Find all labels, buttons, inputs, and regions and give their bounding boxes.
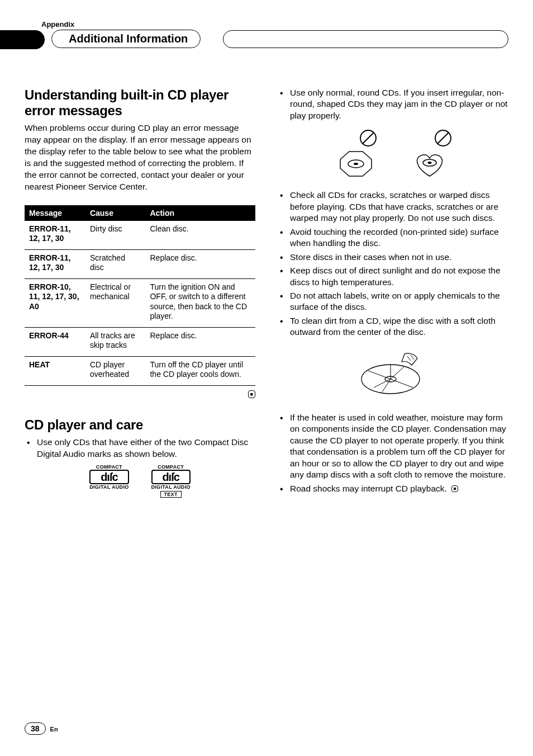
logo-bottom: DIGITAL AUDIO [89,484,129,490]
cell-cause: CD player overheated [85,356,146,385]
list-item: Use only CDs that have either of the two… [25,437,255,460]
section2-title: CD player and care [25,417,255,433]
error-table: Message Cause Action ERROR-11, 12, 17, 3… [25,205,255,386]
section-end-icon: ■ [25,389,255,398]
list-item: Use only normal, round CDs. If you inser… [278,87,508,121]
cd-logo-1: COMPACT dıſc DIGITAL AUDIO [89,464,129,498]
logo-mid: dıſc [89,470,129,484]
table-row: HEAT CD player overheated Turn off the C… [25,356,255,385]
table-row: ERROR-10, 11, 12, 17, 30, A0 Electrical … [25,278,255,327]
cell-cause: All tracks are skip tracks [85,327,146,356]
list-item: Store discs in their cases when not in u… [278,252,508,263]
list-item-text: Road shocks may interrupt CD playback. [290,484,447,493]
list-item: Road shocks may interrupt CD playback. [278,483,508,494]
appendix-label: Appendix [41,20,508,29]
bullet-list-right-b: Check all CDs for cracks, scratches or w… [278,190,508,338]
list-item: If the heater is used in cold weather, m… [278,412,508,481]
page-number: 38 [25,722,46,735]
header-row: Additional Information [25,30,508,48]
logo-mid: dıſc [151,470,191,484]
page-language: En [50,726,58,733]
bullet-list-left: Use only CDs that have either of the two… [25,437,255,460]
table-row: ERROR-11, 12, 17, 30 Dirty disc Clean di… [25,221,255,250]
cell-action: Turn the ignition ON and OFF, or switch … [145,278,255,327]
cell-action: Turn off the CD player until the CD play… [145,356,255,385]
cell-action: Clean disc. [145,221,255,250]
svg-point-4 [354,163,358,165]
th-action: Action [145,205,255,221]
list-item: Keep discs out of direct sunlight and do… [278,265,508,288]
prohibited-heart-disc-icon [407,129,454,179]
page-footer: 38 En [25,722,58,735]
table-row: ERROR-44 All tracks are skip tracks Repl… [25,327,255,356]
prohibited-octagon-disc-icon [332,129,379,179]
svg-line-6 [437,133,449,144]
table-row: ERROR-11, 12, 17, 30 Scratched disc Repl… [25,249,255,278]
clean-disc-illustration [278,348,508,399]
svg-point-8 [427,162,431,164]
black-tab-decoration [0,30,45,49]
cell-cause: Scratched disc [85,249,146,278]
th-cause: Cause [85,205,146,221]
empty-pill-decoration [223,30,508,48]
list-item: Do not attach labels, write on or apply … [278,290,508,313]
cd-logo-row: COMPACT dıſc DIGITAL AUDIO COMPACT dıſc … [25,464,255,498]
logo-top: COMPACT [151,464,191,470]
cell-action: Replace disc. [145,327,255,356]
cell-message: HEAT [25,356,85,385]
cell-action: Replace disc. [145,249,255,278]
cd-logo-2: COMPACT dıſc DIGITAL AUDIO TEXT [151,464,191,498]
left-column: Understanding built-in CD player error m… [25,87,255,513]
cell-message: ERROR-10, 11, 12, 17, 30, A0 [25,278,85,327]
right-column: Use only normal, round CDs. If you inser… [278,87,508,513]
section-end-icon [451,485,458,492]
section1-intro: When problems occur during CD play an er… [25,122,255,193]
cell-message: ERROR-44 [25,327,85,356]
bullet-list-right-c: If the heater is used in cold weather, m… [278,412,508,494]
th-message: Message [25,205,85,221]
logo-top: COMPACT [89,464,129,470]
prohibited-shapes-row [278,129,508,179]
cell-message: ERROR-11, 12, 17, 30 [25,221,85,250]
cell-message: ERROR-11, 12, 17, 30 [25,249,85,278]
cell-cause: Electrical or mechanical [85,278,146,327]
cell-cause: Dirty disc [85,221,146,250]
list-item: To clean dirt from a CD, wipe the disc w… [278,315,508,338]
logo-bottom: DIGITAL AUDIO [151,484,191,490]
list-item: Check all CDs for cracks, scratches or w… [278,190,508,224]
section1-title: Understanding built-in CD player error m… [25,87,255,118]
section-pill-title: Additional Information [51,30,201,48]
list-item: Avoid touching the recorded (non-printed… [278,226,508,249]
svg-line-1 [363,133,374,144]
bullet-list-right-a: Use only normal, round CDs. If you inser… [278,87,508,121]
logo-text-badge: TEXT [160,491,182,498]
